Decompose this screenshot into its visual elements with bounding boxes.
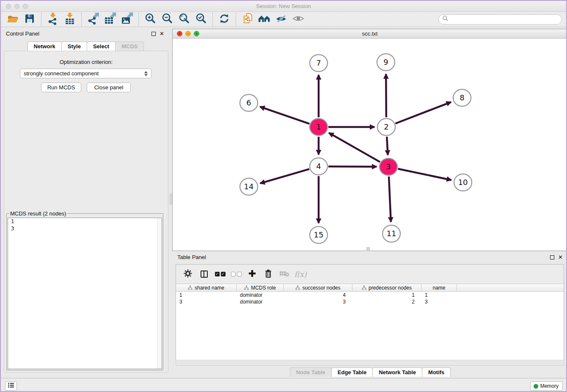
zoom-in-button[interactable] [142, 13, 159, 26]
graph-node-6[interactable]: 6 [240, 94, 258, 111]
tab-select[interactable]: Select [87, 41, 116, 51]
open-session-button[interactable] [4, 13, 21, 26]
cell-name[interactable]: 3 [421, 298, 457, 305]
tab-edge-table[interactable]: Edge Table [331, 367, 373, 377]
run-mcds-button[interactable]: Run MCDS [41, 83, 81, 92]
title-bar: Session: New Session [1, 1, 566, 12]
status-bar: Memory [1, 378, 566, 392]
graph-node-3[interactable]: 3 [380, 158, 397, 175]
import-network-button[interactable] [44, 13, 61, 26]
close-table-panel-icon[interactable]: ✕ [558, 255, 563, 259]
import-table-button[interactable] [61, 13, 78, 26]
graph-node-11[interactable]: 11 [383, 225, 400, 242]
table-row[interactable]: 1 dominator 4 1 1 [176, 292, 564, 298]
search-field[interactable] [438, 14, 562, 25]
graph-edge-2-8[interactable] [395, 102, 451, 124]
cell-shared-name[interactable]: 1 [176, 292, 237, 298]
graph-edge-1-6[interactable] [260, 107, 309, 124]
zoom-out-button[interactable] [159, 13, 176, 26]
refresh-view-button[interactable] [216, 13, 233, 26]
graph-edge-3-11[interactable] [389, 177, 391, 222]
graph-edge-3-1[interactable] [329, 133, 380, 162]
home-view-button[interactable] [256, 13, 273, 26]
hide-details-button[interactable] [273, 13, 290, 26]
export-network-button[interactable] [85, 13, 102, 26]
table-row[interactable]: 3 dominator 3 2 3 [176, 298, 564, 305]
toggle-columns-button[interactable] [196, 267, 212, 282]
copy-view-button[interactable] [239, 13, 256, 26]
delete-column-button[interactable] [261, 267, 276, 282]
graph-edge-3-10[interactable] [398, 169, 451, 180]
zoom-fit-icon [178, 12, 190, 27]
memory-button[interactable]: Memory [530, 381, 563, 391]
panel-splitter-handle[interactable] [170, 193, 172, 204]
column-header-name[interactable]: name [421, 284, 457, 291]
cell-predecessor-nodes[interactable]: 1 [352, 292, 421, 298]
mcds-result-area[interactable]: 1 3 [8, 218, 162, 369]
export-image-button[interactable] [118, 13, 135, 26]
tab-mcds[interactable]: MCDS [115, 41, 144, 51]
houses-icon [258, 13, 271, 26]
tab-style[interactable]: Style [61, 41, 87, 51]
graph-node-2[interactable]: 2 [377, 119, 395, 135]
tab-node-table[interactable]: Node Table [290, 367, 332, 377]
memory-status-icon [534, 384, 538, 389]
eye-icon [292, 13, 305, 26]
graph-node-10[interactable]: 10 [454, 174, 472, 191]
graph-node-9[interactable]: 9 [377, 54, 395, 71]
graph-node-14[interactable]: 14 [240, 178, 258, 195]
show-details-button[interactable] [290, 13, 307, 26]
delete-table-button[interactable] [277, 267, 292, 282]
graph-node-7[interactable]: 7 [310, 55, 328, 72]
task-history-button[interactable] [5, 381, 17, 391]
column-header-mcds-role[interactable]: MCDS role [237, 284, 284, 291]
export-table-button[interactable] [102, 13, 118, 26]
cell-predecessor-nodes[interactable]: 2 [352, 298, 421, 305]
graph-node-1[interactable]: 1 [310, 119, 328, 135]
float-table-panel-icon[interactable] [550, 255, 554, 259]
zoom-fit-button[interactable] [176, 13, 193, 26]
tab-motifs[interactable]: Motifs [422, 367, 451, 377]
deselect-all-button[interactable] [228, 267, 244, 282]
close-panel-icon[interactable]: ✕ [160, 32, 164, 36]
graph-node-8[interactable]: 8 [453, 89, 471, 106]
search-input[interactable] [449, 15, 561, 24]
zoom-selected-button[interactable] [193, 13, 209, 26]
close-panel-button[interactable]: Close panel [87, 83, 131, 92]
save-session-button[interactable] [21, 13, 38, 26]
cell-successor-nodes[interactable]: 4 [284, 292, 352, 298]
graph-edge-4-3[interactable] [328, 166, 377, 167]
graph-edge-2-3[interactable] [387, 137, 388, 155]
column-header-successor-nodes[interactable]: successor nodes [284, 284, 352, 291]
table-horizontal-scrollbar[interactable] [176, 360, 564, 366]
function-builder-button[interactable]: f(x) [293, 267, 308, 282]
float-panel-icon[interactable] [151, 32, 156, 36]
table-panel-tabs: Node Table Edge Table Network Table Moti… [172, 367, 567, 377]
mcds-panel: Optimization criterion: strongly connect… [4, 51, 168, 373]
result-line: 3 [8, 225, 162, 232]
cell-shared-name[interactable]: 3 [176, 298, 237, 305]
graph-edge-2-9[interactable] [386, 74, 386, 117]
cell-successor-nodes[interactable]: 3 [284, 298, 352, 305]
network-canvas[interactable]: 7968124314101511 [173, 39, 567, 251]
optimization-criterion-select[interactable]: strongly connected component [20, 69, 151, 78]
tree-icon [362, 285, 366, 290]
canvas-resize-grip[interactable] [366, 247, 370, 250]
network-window-titlebar[interactable]: ✕ − + scc.txt [173, 29, 567, 39]
graph-node-15[interactable]: 15 [310, 226, 328, 243]
cell-mcds-role[interactable]: dominator [237, 298, 284, 305]
tab-network[interactable]: Network [28, 41, 62, 51]
add-column-button[interactable] [245, 267, 260, 282]
column-header-shared-name[interactable]: shared name [176, 284, 237, 291]
svg-text:9: 9 [383, 58, 388, 66]
select-all-button[interactable]: ✓✓ [212, 267, 228, 282]
cell-name[interactable]: 1 [421, 292, 457, 298]
tab-network-table[interactable]: Network Table [372, 367, 422, 377]
column-header-predecessor-nodes[interactable]: predecessor nodes [352, 284, 421, 291]
open-folder-icon [7, 13, 19, 26]
graph-edge-4-14[interactable] [260, 169, 309, 183]
table-settings-button[interactable] [180, 267, 195, 282]
result-scrollbar[interactable] [157, 218, 162, 369]
graph-node-4[interactable]: 4 [310, 158, 328, 175]
cell-mcds-role[interactable]: dominator [237, 292, 284, 298]
